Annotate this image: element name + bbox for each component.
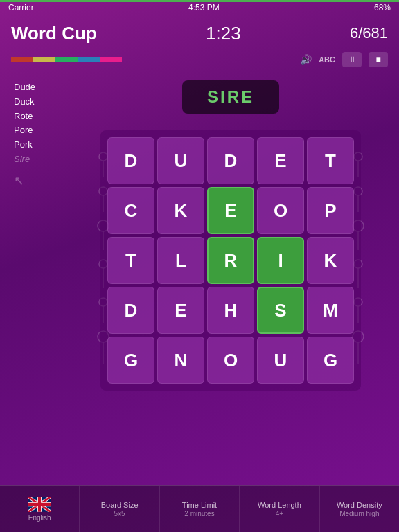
board-cell-15[interactable]: D [107, 287, 154, 334]
bottom-toolbar: English Board Size 5x5 Time Limit 2 minu… [0, 485, 399, 532]
word-density-selector[interactable]: Word Density Medium high [320, 486, 399, 532]
color-segments [11, 57, 122, 62]
word-density-label: Word Density [337, 500, 382, 510]
stop-button[interactable]: ■ [369, 52, 388, 67]
pause-button[interactable]: ⏸ [342, 52, 362, 67]
progress-line [0, 0, 399, 2]
current-word-box: SIRE [182, 80, 279, 114]
board-cell-3[interactable]: E [257, 137, 304, 184]
game-score: 6/681 [350, 24, 388, 42]
board-cell-16[interactable]: E [157, 287, 204, 334]
board-cell-7[interactable]: E [207, 187, 254, 234]
game-board: DUDETCKEOPTLRIKDEHSMGNOUG [100, 130, 361, 391]
board-size-label: Board Size [101, 500, 139, 510]
time-limit-selector[interactable]: Time Limit 2 minutes [160, 486, 240, 532]
word-list: Dude Duck Rote Pore Pork Sire ↖ [0, 73, 62, 442]
board-cell-0[interactable]: D [107, 137, 154, 184]
color-bar-row: 🔊 ABC ⏸ ■ [0, 51, 399, 68]
center-area: SIRE [62, 73, 399, 442]
time-limit-value: 2 minutes [184, 510, 214, 517]
color-seg-yellow [33, 57, 55, 62]
header: Word Cup 1:23 6/681 [0, 15, 399, 51]
word-length-value: 4+ [276, 510, 283, 517]
color-seg-pink [100, 57, 122, 62]
carrier-label: Carrier [8, 3, 34, 12]
word-item-pore: Pore [14, 123, 55, 138]
board-cell-21[interactable]: N [157, 337, 204, 384]
toolbar-controls: 🔊 ABC ⏸ ■ [300, 52, 388, 67]
word-length-selector[interactable]: Word Length 4+ [240, 486, 319, 532]
cursor-icon: ↖ [14, 171, 55, 191]
board-cell-5[interactable]: C [107, 187, 154, 234]
board-cell-22[interactable]: O [207, 337, 254, 384]
color-seg-blue [78, 57, 100, 62]
word-item-duck: Duck [14, 95, 55, 109]
board-cell-11[interactable]: L [157, 237, 204, 284]
board-cell-4[interactable]: T [307, 137, 354, 184]
status-bar: Carrier 4:53 PM 68% [0, 0, 399, 15]
abc-label[interactable]: ABC [319, 55, 335, 64]
word-item-sire: Sire [14, 152, 55, 167]
board-cell-8[interactable]: O [257, 187, 304, 234]
board-cell-20[interactable]: G [107, 337, 154, 384]
battery-label: 68% [374, 3, 391, 12]
current-word-display: SIRE [207, 87, 254, 106]
board-cell-2[interactable]: D [207, 137, 254, 184]
board-size-value: 5x5 [114, 510, 125, 517]
board-cell-6[interactable]: K [157, 187, 204, 234]
time-limit-label: Time Limit [182, 500, 217, 510]
board-cell-10[interactable]: T [107, 237, 154, 284]
board-cell-13[interactable]: I [257, 237, 304, 284]
language-selector[interactable]: English [0, 486, 80, 532]
board-cell-19[interactable]: M [307, 287, 354, 334]
board-cell-23[interactable]: U [257, 337, 304, 384]
word-item-pork: Pork [14, 138, 55, 152]
game-timer: 1:23 [206, 23, 241, 44]
uk-flag-icon [28, 497, 51, 512]
sound-icon[interactable]: 🔊 [300, 54, 312, 65]
board-cell-12[interactable]: R [207, 237, 254, 284]
word-item-dude: Dude [14, 80, 55, 95]
language-label: English [28, 514, 51, 522]
board-cell-14[interactable]: K [307, 237, 354, 284]
board-cell-9[interactable]: P [307, 187, 354, 234]
color-seg-red [11, 57, 33, 62]
board-container: DUDETCKEOPTLRIKDEHSMGNOUG [100, 130, 361, 391]
board-cell-24[interactable]: G [307, 337, 354, 384]
board-size-selector[interactable]: Board Size 5x5 [80, 486, 159, 532]
board-cell-1[interactable]: U [157, 137, 204, 184]
word-length-label: Word Length [258, 500, 301, 510]
board-cell-17[interactable]: H [207, 287, 254, 334]
game-title: Word Cup [11, 23, 97, 44]
time-label: 4:53 PM [188, 3, 220, 12]
word-density-value: Medium high [339, 510, 379, 517]
board-cell-18[interactable]: S [257, 287, 304, 334]
word-item-rote: Rote [14, 109, 55, 124]
main-content: Dude Duck Rote Pore Pork Sire ↖ SIRE [0, 68, 399, 442]
color-seg-green [55, 57, 78, 62]
